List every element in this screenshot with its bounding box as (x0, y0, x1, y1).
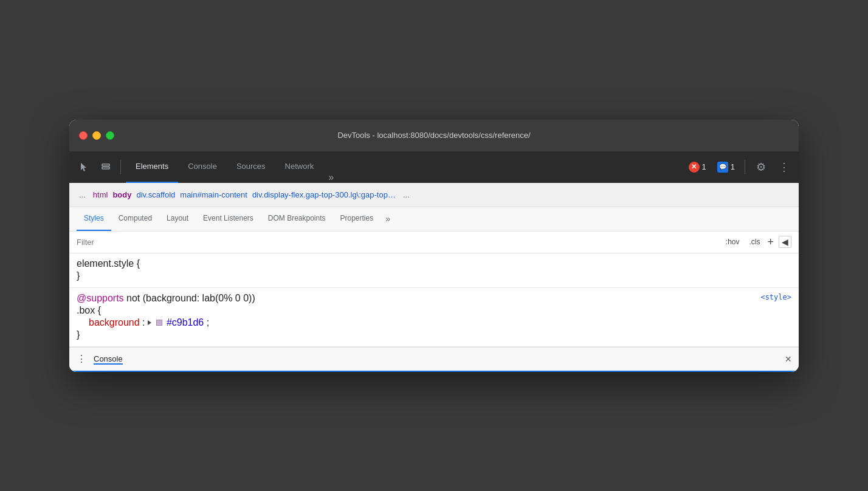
css-keyword-supports: @supports (77, 293, 124, 303)
filter-bar: :hov .cls + ◀ (69, 232, 799, 253)
more-tabs-button[interactable]: » (323, 172, 339, 183)
style-link[interactable]: <style> (760, 293, 791, 301)
css-selector-text: element.style { (77, 258, 140, 269)
chat-count: 1 (731, 162, 735, 171)
element-style-rule: element.style { } (69, 253, 799, 288)
svg-rect-0 (102, 164, 109, 166)
subtab-styles[interactable]: Styles (77, 207, 111, 231)
supports-rule: <style> @supports not (background: lab(0… (69, 288, 799, 347)
toolbar-right: ✕ 1 💬 1 ⚙ ⋮ (685, 157, 794, 177)
breadcrumb-div-flex[interactable]: div.display-flex.gap-top-300.lg\:gap-top… (252, 190, 396, 199)
sub-tabs: Styles Computed Layout Event Listeners D… (69, 207, 799, 232)
prop-name-background: background (89, 317, 140, 328)
subtab-computed[interactable]: Computed (111, 207, 159, 231)
close-button[interactable] (79, 131, 88, 140)
hov-toggle[interactable]: :hov (723, 236, 742, 247)
toolbar-separator (120, 160, 121, 174)
triangle-button[interactable] (148, 320, 151, 325)
drawer-menu-icon[interactable]: ⋮ (77, 353, 86, 365)
styles-panel: Styles Computed Layout Event Listeners D… (69, 207, 799, 347)
console-drawer-close-button[interactable]: × (785, 354, 791, 365)
css-selector-box: .box { (77, 305, 101, 315)
breadcrumb-div-scaffold[interactable]: div.scaffold (136, 190, 175, 199)
css-at-rule: @supports not (background: lab(0% 0 0)) (77, 293, 791, 304)
css-rule-selector-box: .box { (77, 305, 791, 316)
css-colon: : (142, 317, 148, 328)
main-tabs: Elements Console Sources Network » (126, 151, 683, 183)
css-close-brace: } (77, 270, 80, 281)
chat-icon: 💬 (717, 162, 728, 173)
filter-input[interactable] (77, 238, 723, 247)
tab-network[interactable]: Network (275, 151, 324, 183)
subtab-event-listeners[interactable]: Event Listeners (196, 207, 261, 231)
error-icon: ✕ (689, 162, 700, 173)
color-swatch[interactable] (156, 320, 162, 326)
css-rule-close-2: } (77, 329, 791, 340)
breadcrumb-body[interactable]: body (112, 190, 131, 199)
breadcrumb-end-dots[interactable]: ... (401, 189, 412, 201)
breadcrumb: ... html body div.scaffold main#main-con… (69, 183, 799, 207)
css-close-brace-2: } (77, 329, 80, 340)
svg-rect-1 (102, 167, 109, 169)
cls-toggle[interactable]: .cls (746, 236, 762, 247)
console-drawer-header: ⋮ Console × (69, 348, 799, 372)
tab-sources[interactable]: Sources (227, 151, 275, 183)
maximize-button[interactable] (106, 131, 114, 140)
prop-value-color: #c9b1d6 (167, 317, 204, 328)
titlebar: DevTools - localhost:8080/docs/devtools/… (69, 120, 799, 151)
window-title: DevTools - localhost:8080/docs/devtools/… (337, 131, 530, 140)
css-semicolon: ; (207, 317, 209, 328)
tab-console[interactable]: Console (178, 151, 227, 183)
more-options-icon[interactable]: ⋮ (774, 157, 794, 177)
sub-tab-more[interactable]: » (381, 207, 395, 231)
add-style-button[interactable]: + (767, 236, 774, 247)
console-drawer: ⋮ Console × (69, 347, 799, 372)
error-badge-button[interactable]: ✕ 1 (685, 159, 710, 175)
subtab-dom-breakpoints[interactable]: DOM Breakpoints (261, 207, 333, 231)
css-rule-selector: element.style { (77, 258, 791, 269)
devtools-window: DevTools - localhost:8080/docs/devtools/… (69, 120, 799, 372)
breadcrumb-html[interactable]: html (93, 190, 108, 199)
tab-elements[interactable]: Elements (126, 151, 178, 183)
minimize-button[interactable] (92, 131, 101, 140)
traffic-lights (79, 131, 114, 140)
expand-button[interactable]: ◀ (779, 236, 791, 248)
toolbar: Elements Console Sources Network » ✕ 1 💬… (69, 151, 799, 183)
chat-badge-button[interactable]: 💬 1 (714, 159, 739, 175)
filter-actions: :hov .cls + ◀ (723, 236, 791, 248)
console-drawer-title: Console (94, 354, 123, 365)
error-count: 1 (702, 162, 706, 171)
toolbar-separator-2 (745, 160, 745, 174)
breadcrumb-main[interactable]: main#main-content (180, 190, 247, 199)
layers-icon[interactable] (96, 157, 115, 177)
cursor-icon[interactable] (74, 157, 94, 177)
breadcrumb-start-dots[interactable]: ... (77, 189, 88, 201)
subtab-properties[interactable]: Properties (333, 207, 381, 231)
subtab-layout[interactable]: Layout (159, 207, 196, 231)
css-rule-close: } (77, 270, 791, 281)
css-supports-condition: not (background: lab(0% 0 0)) (126, 293, 255, 303)
settings-icon[interactable]: ⚙ (751, 157, 771, 177)
css-property-background: background : #c9b1d6 ; (77, 317, 791, 328)
